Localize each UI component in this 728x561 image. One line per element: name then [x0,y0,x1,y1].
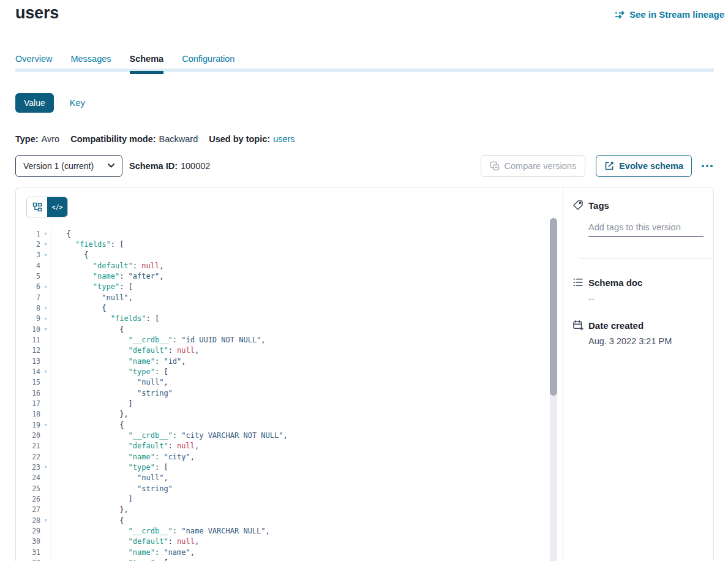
line-number: 24 [16,473,40,482]
code-text: "type": [ [51,366,168,377]
fold-toggle-icon[interactable]: ▾ [40,228,51,239]
code-line: 24 "null", [16,473,542,483]
code-line: 19▾ { [16,420,542,430]
schema-page: users See in Stream lineage OverviewMess… [0,0,728,561]
fold-toggle-icon[interactable]: ▾ [40,420,51,430]
code-view-button[interactable]: </> [47,197,67,217]
code-text: { [51,228,71,239]
add-tags-input[interactable] [588,222,704,237]
code-text: "name": "id", [51,356,186,366]
version-select[interactable]: Version 1 (current) [15,155,122,177]
compare-versions-label: Compare versions [505,161,577,171]
line-number: 29 [16,527,40,535]
line-number: 30 [16,537,40,546]
line-number: 21 [16,442,40,450]
compare-versions-button[interactable]: Compare versions [481,155,586,177]
fold-toggle-icon[interactable]: ▾ [40,250,51,260]
line-number: 8 [16,304,40,312]
code-text: "__crdb__": "name VARCHAR NULL", [51,525,270,536]
line-number: 16 [16,389,40,397]
evolve-schema-icon [604,161,614,171]
fold-toggle-icon[interactable]: ▾ [40,303,51,313]
code-text: { [51,303,106,313]
tab-schema[interactable]: Schema [130,54,164,71]
lineage-link-label: See in Stream lineage [629,9,724,20]
topic-link[interactable]: users [273,134,295,144]
code-text: ] [51,494,133,504]
tab-messages[interactable]: Messages [70,54,111,71]
line-number: 17 [16,399,40,408]
line-number: 25 [16,484,40,493]
schema-id-label: Schema ID: [129,161,178,171]
code-line: 12 "default": null, [16,345,542,356]
code-line: 13 "name": "id", [16,356,542,366]
code-line: 31 "name": "name", [16,547,542,557]
fold-toggle-icon[interactable]: ▾ [40,314,51,324]
line-number: 1 [16,230,40,238]
tab-configuration[interactable]: Configuration [182,54,235,71]
type-label: Type: [15,134,39,144]
code-line: 15 "null", [16,377,542,388]
fold-toggle-icon[interactable]: ▾ [40,366,51,377]
tree-view-button[interactable] [27,197,47,217]
topic-label: Used by topic: [209,134,270,144]
editor-scrollbar-thumb[interactable] [550,218,557,396]
code-text: "name": "city", [51,451,195,462]
key-toggle-button[interactable]: Key [70,98,85,108]
code-text: "null", [51,292,133,303]
line-number: 13 [16,357,40,366]
code-text: }, [51,409,129,420]
version-bar: Version 1 (current) Schema ID: 100002 Co… [15,154,714,177]
fold-toggle-icon[interactable]: ▾ [40,515,51,525]
code-view-icon: </> [51,204,62,211]
code-text: "fields": [ [51,239,124,249]
line-number: 14 [16,367,40,376]
line-number: 6 [16,282,40,291]
code-text: "string" [51,483,173,494]
evolve-schema-button[interactable]: Evolve schema [596,155,692,177]
code-line: 22 "name": "city", [16,451,542,462]
schema-sidebar: Tags Schema doc -- [563,187,713,561]
tags-section-header: Tags [563,200,713,211]
code-text: "type": [ [51,557,168,561]
code-line: 14▾ "type": [ [16,366,542,377]
schema-meta: Type: Avro Compatibility mode: Backward … [15,134,295,144]
sidebar-divider [579,258,713,259]
fold-toggle-icon[interactable]: ▾ [40,239,51,249]
fold-toggle-icon[interactable]: ▾ [40,282,51,292]
code-line: 25 "string" [16,483,542,494]
compatibility-value: Backward [159,134,198,144]
line-number: 26 [16,495,40,503]
code-line: 11 "__crdb__": "id UUID NOT NULL", [16,334,542,345]
fold-toggle-icon[interactable]: ▾ [40,324,51,334]
code-line: 18 }, [16,409,542,420]
see-in-stream-lineage-link[interactable]: See in Stream lineage [615,9,724,20]
code-text: "default": null, [51,537,199,547]
code-text: "default": null, [51,345,199,356]
schema-doc-heading: Schema doc [588,277,642,288]
more-actions-button[interactable] [700,161,714,171]
fold-toggle-icon[interactable]: ▾ [40,462,51,472]
chevron-down-icon [108,164,114,168]
code-text: "default": null, [51,441,199,451]
fold-toggle-icon[interactable]: ▾ [40,557,51,561]
code-line: 5 "name": "after", [16,271,542,281]
line-number: 31 [16,548,40,557]
line-number: 7 [16,293,40,302]
code-line: 27 }, [16,505,542,515]
doc-list-icon [572,277,584,288]
code-text: }, [51,505,129,515]
tab-overview[interactable]: Overview [15,54,52,71]
editor-scrollbar-track[interactable] [550,218,557,561]
code-line: 7 "null", [16,292,542,303]
code-line: 8▾ { [16,303,542,313]
line-number: 23 [16,463,40,472]
line-number: 9 [16,314,40,323]
date-created-heading: Date created [588,320,644,331]
editor-view-toggle: </> [26,197,68,217]
schema-editor: </> 1▾ {2▾ "fields": [3▾ {4 "default": n… [16,187,563,561]
value-toggle-button[interactable]: Value [15,93,54,113]
schema-part-toggle: Value Key [15,93,85,113]
code-text: "name": "name", [51,547,195,557]
meta-compatibility: Compatibility mode: Backward [70,134,198,144]
